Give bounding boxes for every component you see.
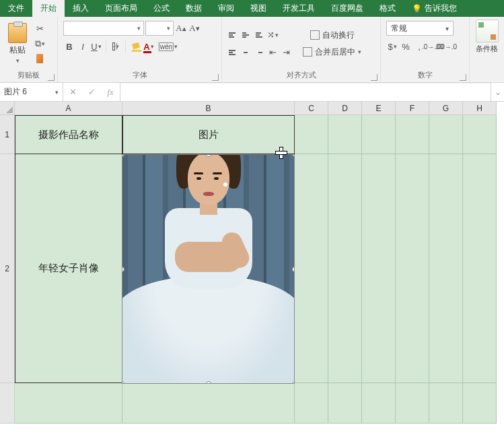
- tab-formulas[interactable]: 公式: [145, 0, 178, 17]
- decrease-decimal-button[interactable]: .00→.0: [440, 40, 452, 53]
- bucket-icon: [132, 42, 135, 51]
- cell-F2[interactable]: [396, 154, 429, 383]
- bold-button[interactable]: B: [63, 40, 75, 53]
- cell-A3[interactable]: [15, 383, 122, 424]
- decrease-font-button[interactable]: A▾: [188, 22, 201, 35]
- name-box[interactable]: 图片 6 ▾: [0, 83, 63, 101]
- accept-formula-button[interactable]: ✓: [82, 86, 101, 99]
- increase-indent-button[interactable]: ⇥: [280, 46, 292, 59]
- font-color-button[interactable]: A▾: [143, 40, 155, 53]
- tab-format[interactable]: 格式: [371, 0, 404, 17]
- select-all-corner[interactable]: [0, 102, 15, 115]
- col-header-C[interactable]: C: [295, 102, 328, 115]
- tell-me-label: 告诉我您: [425, 3, 457, 14]
- cell-C2[interactable]: [295, 154, 328, 383]
- dialog-launcher-icon[interactable]: [460, 74, 466, 81]
- col-header-A[interactable]: A: [15, 102, 122, 115]
- percent-format-button[interactable]: %: [400, 40, 412, 53]
- chevron-down-icon: ▾: [16, 57, 20, 64]
- expand-formula-bar-button[interactable]: ⌄: [491, 83, 504, 101]
- row-header-2[interactable]: 2: [0, 154, 15, 383]
- decrease-indent-button[interactable]: ⇤: [266, 46, 279, 59]
- align-top-button[interactable]: [226, 28, 238, 42]
- tab-bdisk[interactable]: 百度网盘: [323, 0, 371, 17]
- tab-layout[interactable]: 页面布局: [97, 0, 145, 17]
- cell-F1[interactable]: [396, 115, 429, 154]
- cancel-formula-button[interactable]: ✕: [63, 86, 82, 99]
- cell-E3[interactable]: [362, 383, 396, 424]
- cell-H1[interactable]: [463, 115, 497, 154]
- embedded-picture[interactable]: [122, 154, 295, 384]
- cut-button[interactable]: ✂: [34, 22, 46, 36]
- tab-dev[interactable]: 开发工具: [275, 0, 323, 17]
- col-header-E[interactable]: E: [362, 102, 396, 115]
- align-left-button[interactable]: [226, 46, 238, 59]
- accounting-format-button[interactable]: $▾: [386, 40, 398, 53]
- align-center-button[interactable]: [240, 46, 252, 59]
- tab-file[interactable]: 文件: [0, 0, 32, 17]
- font-family-combo[interactable]: ▾: [63, 21, 144, 36]
- cell-G1[interactable]: [429, 115, 463, 154]
- name-box-value: 图片 6: [4, 86, 27, 98]
- number-format-combo[interactable]: 常规▾: [386, 21, 454, 36]
- col-header-F[interactable]: F: [396, 102, 429, 115]
- merge-center-button[interactable]: 合并后居中 ▾: [299, 45, 365, 59]
- col-header-H[interactable]: H: [463, 102, 497, 115]
- cell-H3[interactable]: [463, 383, 497, 424]
- cell-D1[interactable]: [328, 115, 362, 154]
- align-bottom-button[interactable]: [253, 28, 265, 42]
- border-icon: [112, 42, 115, 51]
- tab-review[interactable]: 审阅: [210, 0, 242, 17]
- column-headers: ABCDEFGH: [0, 102, 504, 115]
- col-header-G[interactable]: G: [429, 102, 463, 115]
- wrap-text-button[interactable]: 自动换行: [299, 28, 365, 42]
- dialog-launcher-icon[interactable]: [212, 74, 219, 81]
- cell-G3[interactable]: [429, 383, 463, 424]
- orientation-button[interactable]: ⤭▾: [266, 28, 279, 42]
- cell-B3[interactable]: [122, 383, 295, 424]
- tell-me[interactable]: 💡 告诉我您: [404, 0, 465, 17]
- phonetic-button[interactable]: wén▾: [162, 40, 174, 53]
- tab-data[interactable]: 数据: [178, 0, 210, 17]
- borders-button[interactable]: ▾: [110, 40, 122, 53]
- font-size-combo[interactable]: ▾: [145, 21, 174, 36]
- col-header-D[interactable]: D: [328, 102, 362, 115]
- formula-input[interactable]: [120, 83, 491, 101]
- cell-C3[interactable]: [295, 383, 328, 424]
- paste-button[interactable]: 粘贴 ▾: [4, 22, 31, 65]
- cell-A1[interactable]: 摄影作品名称: [15, 115, 122, 154]
- cell-E1[interactable]: [362, 115, 396, 154]
- cell-H2[interactable]: [463, 154, 497, 383]
- tab-home[interactable]: 开始: [32, 0, 65, 17]
- cell-D2[interactable]: [328, 154, 362, 383]
- resize-handle-se[interactable]: [292, 381, 295, 384]
- group-label-alignment: 对齐方式: [222, 70, 380, 82]
- fill-color-button[interactable]: ▾: [129, 40, 141, 53]
- cell-C1[interactable]: [295, 115, 328, 154]
- portrait-image: [122, 155, 294, 383]
- col-header-B[interactable]: B: [122, 102, 295, 115]
- cell-D3[interactable]: [328, 383, 362, 424]
- tab-view[interactable]: 视图: [242, 0, 275, 17]
- conditional-formatting-button[interactable]: [476, 20, 499, 42]
- cell-A2[interactable]: 年轻女子肖像: [15, 154, 122, 383]
- cell-F3[interactable]: [396, 383, 429, 424]
- dialog-launcher-icon[interactable]: [371, 74, 377, 81]
- cell-E2[interactable]: [362, 154, 396, 383]
- tab-insert[interactable]: 插入: [65, 0, 97, 17]
- row-header-1[interactable]: 1: [0, 115, 15, 154]
- row-header-3[interactable]: [0, 383, 15, 424]
- resize-handle-e[interactable]: [292, 267, 295, 272]
- cell-G2[interactable]: [429, 154, 463, 383]
- dialog-launcher-icon[interactable]: [48, 74, 55, 81]
- copy-button[interactable]: ⧉▾: [34, 37, 46, 51]
- align-middle-button[interactable]: [240, 28, 252, 42]
- align-right-button[interactable]: [253, 46, 265, 59]
- underline-button[interactable]: U▾: [90, 40, 102, 53]
- format-painter-button[interactable]: [34, 52, 46, 65]
- increase-font-button[interactable]: A▴: [175, 22, 187, 35]
- insert-function-button[interactable]: fx: [101, 86, 120, 99]
- resize-handle-s[interactable]: [206, 381, 211, 384]
- italic-button[interactable]: I: [77, 40, 89, 53]
- cell-B1[interactable]: 图片: [122, 115, 295, 154]
